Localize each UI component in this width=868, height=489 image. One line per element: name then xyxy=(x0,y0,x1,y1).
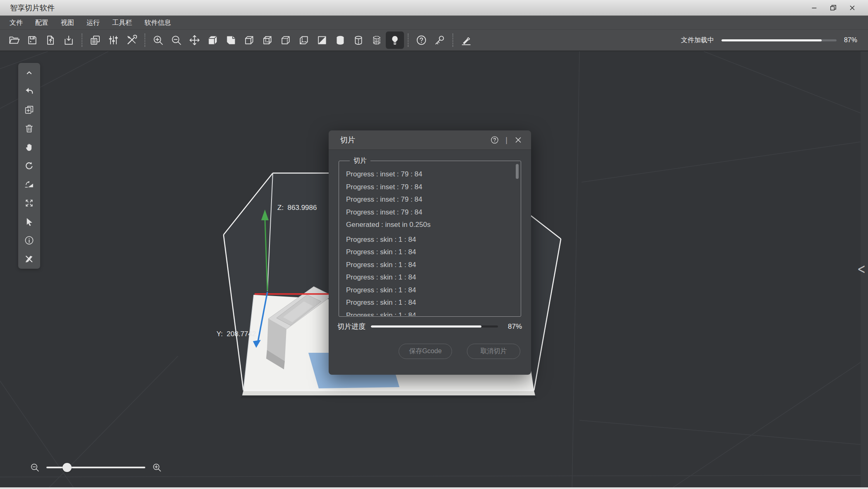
collapse-up-button[interactable] xyxy=(23,67,36,78)
build-plate-edge xyxy=(242,390,535,395)
minimize-button[interactable] xyxy=(809,3,819,13)
slice-log-group: 切片 Progress : inset : 79 : 84Progress : … xyxy=(339,161,521,317)
cube-dotted-icon xyxy=(262,34,273,46)
collapse-up-icon xyxy=(24,67,34,78)
info-icon xyxy=(24,235,34,246)
log-line: Progress : skin : 1 : 84 xyxy=(346,309,515,316)
cylinder-solid-icon xyxy=(334,34,346,46)
menu-item-toolbar[interactable]: 工具栏 xyxy=(106,16,138,30)
export-file-button[interactable] xyxy=(41,31,60,49)
menu-item-run[interactable]: 运行 xyxy=(80,16,106,30)
dialog-header-divider: | xyxy=(505,136,507,145)
delete-icon xyxy=(24,123,34,134)
dialog-help-button[interactable] xyxy=(490,135,499,145)
key-icon xyxy=(434,34,445,46)
file-loading-status: 文件加载中87% xyxy=(681,36,863,45)
cube-page-icon xyxy=(225,34,237,46)
cube-wireframe-icon xyxy=(243,34,255,46)
log-line: Progress : inset : 79 : 84 xyxy=(346,193,515,206)
cylinder-points-icon xyxy=(371,34,382,46)
cube-page-button[interactable] xyxy=(222,31,240,49)
window-title: 智享切片软件 xyxy=(10,3,55,13)
delete-button[interactable] xyxy=(23,123,36,134)
import-button[interactable] xyxy=(60,31,78,49)
menubar: 文件配置视图运行工具栏软件信息 xyxy=(0,16,868,30)
scale-button[interactable] xyxy=(23,198,36,209)
z-axis-label: Z: 863.9986 xyxy=(277,204,317,212)
menu-item-config[interactable]: 配置 xyxy=(29,16,55,30)
close-button[interactable] xyxy=(847,3,857,13)
cube-diagonal-button[interactable] xyxy=(313,31,331,49)
slice-log[interactable]: Progress : inset : 79 : 84Progress : ins… xyxy=(346,161,515,316)
panel-collapse-toggle[interactable]: < xyxy=(857,261,866,277)
close-icon xyxy=(514,135,523,145)
menu-item-about[interactable]: 软件信息 xyxy=(138,16,177,30)
copy-config-button[interactable] xyxy=(86,31,104,49)
cube-dotted-top-button[interactable] xyxy=(277,31,295,49)
save-button[interactable] xyxy=(23,31,41,49)
sliders-button[interactable] xyxy=(104,31,123,49)
cube-wireframe-button[interactable] xyxy=(240,31,258,49)
log-scrollbar-thumb[interactable] xyxy=(516,164,519,179)
help-button[interactable] xyxy=(412,31,430,49)
lightbulb-icon xyxy=(389,34,401,46)
select-button[interactable] xyxy=(23,216,36,228)
toolbar-separator xyxy=(144,34,145,47)
cube-dotted-button[interactable] xyxy=(258,31,277,49)
save-icon xyxy=(26,34,38,46)
toolbar-separator xyxy=(408,34,409,47)
rotate-button[interactable] xyxy=(23,160,36,171)
lightbulb-button[interactable] xyxy=(386,31,404,49)
cube-solid-button[interactable] xyxy=(204,31,222,49)
slice-dialog-header[interactable]: 切片 | xyxy=(329,130,531,150)
zoom-in-icon xyxy=(152,34,164,46)
zoom-slider[interactable] xyxy=(46,463,145,472)
tools-button[interactable] xyxy=(123,31,141,49)
cancel-slice-button[interactable]: 取消切片 xyxy=(467,344,520,359)
minimize-icon xyxy=(810,4,818,12)
log-line: Progress : inset : 79 : 84 xyxy=(346,206,515,219)
menu-item-file[interactable]: 文件 xyxy=(3,16,29,30)
loading-label: 文件加载中 xyxy=(681,36,714,45)
log-line: Progress : skin : 1 : 84 xyxy=(346,246,515,259)
dialog-close-button[interactable] xyxy=(514,135,523,145)
repair-button[interactable] xyxy=(23,253,36,265)
zoom-out-button[interactable] xyxy=(167,31,185,49)
cylinder-points-button[interactable] xyxy=(368,31,386,49)
select-icon xyxy=(24,217,34,227)
mirror-icon xyxy=(24,179,34,190)
zoom-slider-track[interactable] xyxy=(46,467,145,468)
log-line: Progress : inset : 79 : 84 xyxy=(346,168,515,181)
import-icon xyxy=(63,34,75,46)
cube-diagonal-icon xyxy=(316,34,328,46)
zoom-in-button[interactable] xyxy=(152,463,162,472)
tools-icon xyxy=(126,34,137,46)
viewport-3d[interactable]: Z: 863.9986 Y: 208.7742 < 切片 | xyxy=(0,51,868,489)
add-copy-button[interactable] xyxy=(23,104,36,116)
info-button[interactable] xyxy=(23,235,36,246)
pan-hand-button[interactable] xyxy=(23,141,36,153)
log-line: Progress : skin : 1 : 84 xyxy=(346,284,515,297)
titlebar: 智享切片软件 xyxy=(0,0,868,16)
open-folder-button[interactable] xyxy=(5,31,23,49)
save-gcode-button[interactable]: 保存Gcode xyxy=(399,344,452,359)
knife-button[interactable] xyxy=(457,31,475,49)
log-line: Progress : inset : 79 : 84 xyxy=(346,181,515,194)
zoom-slider-thumb[interactable] xyxy=(63,463,72,472)
menu-item-view[interactable]: 视图 xyxy=(55,16,80,30)
loading-percent: 87% xyxy=(844,36,857,44)
cube-dashed-bottom-button[interactable] xyxy=(295,31,313,49)
zoom-in-button[interactable] xyxy=(149,31,167,49)
cylinder-solid-button[interactable] xyxy=(331,31,349,49)
key-button[interactable] xyxy=(430,31,449,49)
zoom-out-button[interactable] xyxy=(30,463,40,472)
restore-button[interactable] xyxy=(828,3,838,13)
cylinder-wireframe-button[interactable] xyxy=(349,31,368,49)
cylinder-wireframe-icon xyxy=(353,34,364,46)
window-controls xyxy=(809,3,857,13)
move-button[interactable] xyxy=(185,31,204,49)
slice-progress-row: 切片进度 87% xyxy=(337,322,522,331)
mirror-button[interactable] xyxy=(23,179,36,190)
undo-button[interactable] xyxy=(23,85,36,97)
loading-progress-bar xyxy=(721,39,837,41)
